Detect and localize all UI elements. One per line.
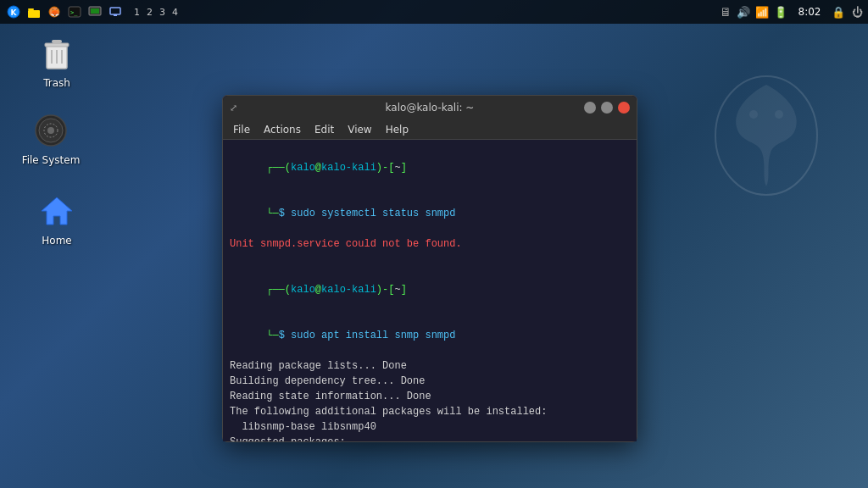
terminal-icon[interactable]: >_: [66, 3, 83, 20]
kali-menu-icon[interactable]: K: [5, 3, 22, 20]
svg-rect-9: [91, 8, 99, 14]
term-error-1: Unit snmpd.service could not be found.: [230, 236, 630, 252]
filesystem-image: [31, 110, 71, 151]
term-out-6: Suggested packages:: [230, 435, 630, 441]
workspace-3[interactable]: 3: [156, 6, 169, 19]
trash-image: [36, 33, 77, 74]
menu-view[interactable]: View: [342, 122, 376, 137]
close-button[interactable]: ✕: [618, 102, 630, 114]
trash-icon[interactable]: Trash: [23, 33, 91, 89]
workspace-4[interactable]: 4: [169, 6, 181, 19]
svg-rect-13: [45, 43, 69, 47]
battery-icon: 🔋: [774, 6, 787, 19]
term-out-2: Building dependency tree... Done: [230, 374, 630, 389]
terminal-content[interactable]: ┌──(kalo@kalo-kali)-[~] └─$ sudo systemc…: [223, 140, 637, 441]
workspace-1[interactable]: 1: [131, 6, 143, 19]
svg-point-20: [47, 127, 54, 134]
terminal-menubar: File Actions Edit View Help: [223, 119, 637, 140]
monitor-icon: 🖥: [720, 5, 732, 19]
term-blank-1: [230, 252, 630, 267]
term-cmd-2: └─$ sudo apt install snmp snmpd: [230, 313, 630, 358]
term-prompt-1: ┌──(kalo@kalo-kali)-[~]: [230, 145, 630, 191]
menu-edit[interactable]: Edit: [309, 122, 339, 137]
system-tray: 🖥 🔊 📶 🔋: [720, 5, 787, 19]
workspace-2[interactable]: 2: [143, 6, 156, 19]
svg-text:🦊: 🦊: [50, 8, 60, 18]
filesystem-icon[interactable]: File System: [17, 110, 85, 166]
vm-icon[interactable]: [86, 3, 103, 20]
terminal-title: kalo@kalo-kali: ~: [386, 102, 475, 114]
terminal-titlebar: ⤢ kalo@kalo-kali: ~ − □ ✕: [223, 96, 637, 119]
term-out-4: The following additional packages will b…: [230, 404, 630, 419]
svg-rect-10: [110, 8, 120, 14]
filesystem-label: File System: [22, 154, 81, 166]
trash-label: Trash: [43, 77, 70, 89]
svg-rect-2: [28, 8, 34, 10]
term-cmd-1: └─$ sudo systemctl status snmpd: [230, 191, 630, 236]
menu-file[interactable]: File: [228, 122, 255, 137]
power-icon[interactable]: ⏻: [852, 6, 863, 19]
minimize-button[interactable]: −: [584, 102, 596, 114]
clock: 8:02: [794, 6, 825, 18]
files-icon[interactable]: [25, 3, 42, 20]
display-icon[interactable]: [107, 3, 124, 20]
svg-text:>_: >_: [70, 9, 78, 16]
maximize-button[interactable]: □: [601, 102, 613, 114]
workspace-buttons: 1 2 3 4: [131, 6, 181, 19]
browser-icon[interactable]: 🦊: [46, 3, 63, 20]
svg-point-25: [775, 110, 783, 119]
svg-text:K: K: [11, 8, 18, 17]
svg-rect-3: [28, 10, 40, 18]
window-controls: − □ ✕: [584, 102, 630, 114]
home-label: Home: [42, 235, 71, 247]
home-icon[interactable]: Home: [23, 191, 91, 247]
term-out-5: libsnmp-base libsnmp40: [230, 419, 630, 435]
terminal-window: ⤢ kalo@kalo-kali: ~ − □ ✕ File Actions E…: [222, 95, 637, 442]
network-icon[interactable]: 📶: [755, 6, 769, 19]
term-prompt-2: ┌──(kalo@kalo-kali)-[~]: [230, 267, 630, 313]
term-out-3: Reading state information... Done: [230, 389, 630, 404]
svg-marker-22: [42, 197, 72, 225]
menu-help[interactable]: Help: [381, 122, 414, 137]
svg-rect-11: [114, 14, 117, 16]
home-image: [36, 191, 77, 231]
svg-point-24: [749, 110, 758, 119]
volume-icon[interactable]: 🔊: [737, 6, 750, 19]
term-out-1: Reading package lists... Done: [230, 358, 630, 374]
taskbar-left: K 🦊 >_: [5, 3, 181, 20]
svg-rect-14: [52, 40, 62, 43]
kali-watermark: [698, 68, 834, 203]
menu-actions[interactable]: Actions: [259, 122, 306, 137]
lock-icon[interactable]: 🔒: [832, 6, 845, 19]
taskbar: K 🦊 >_: [0, 0, 868, 24]
resize-icon: ⤢: [230, 103, 237, 114]
taskbar-right: 🖥 🔊 📶 🔋 8:02 🔒 ⏻: [720, 5, 863, 19]
